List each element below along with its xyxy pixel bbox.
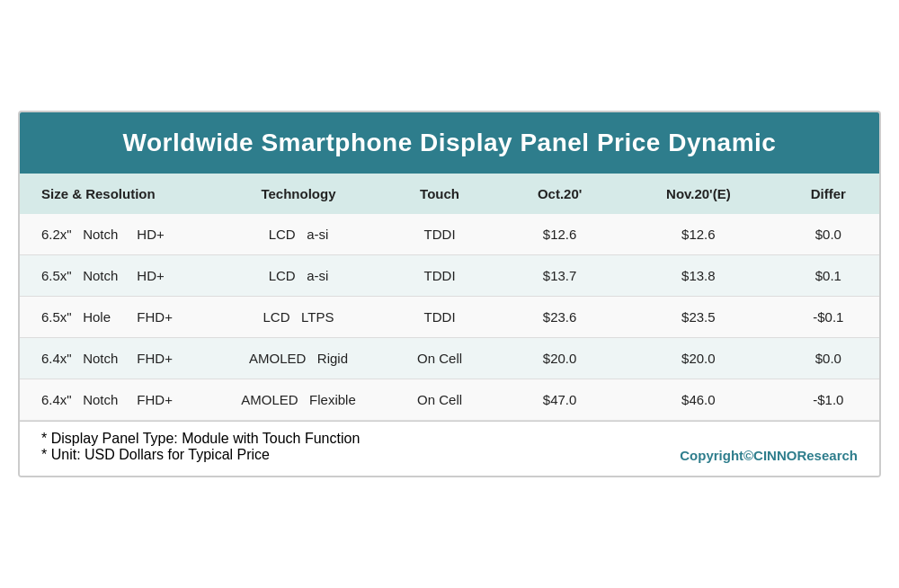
substrate: a-si [307, 227, 328, 242]
size-type: Notch [83, 268, 133, 283]
cell-oct20: $47.0 [500, 379, 619, 421]
cell-touch: On Cell [379, 379, 500, 421]
footer: * Display Panel Type: Module with Touch … [20, 421, 879, 476]
cell-differ: -$0.1 [778, 297, 879, 338]
card-header: Worldwide Smartphone Display Panel Price… [20, 112, 879, 174]
cell-nov20e: $12.6 [619, 214, 778, 255]
cell-touch: TDDI [379, 214, 500, 255]
size-resolution: FHD+ [137, 309, 180, 325]
cell-technology: AMOLED Rigid [218, 338, 379, 379]
cell-differ: $0.0 [778, 338, 879, 379]
cell-nov20e: $13.8 [619, 255, 778, 297]
data-table: Size & Resolution Technology Touch Oct.2… [20, 174, 879, 421]
display-type: AMOLED [241, 392, 298, 407]
cell-differ: -$1.0 [778, 379, 879, 421]
size-number: 6.2x" [41, 227, 79, 242]
size-type: Notch [83, 227, 133, 242]
table-row: 6.5x" Hole FHD+ LCD LTPS TDDI $23.6 $23.… [20, 297, 879, 338]
col-oct20: Oct.20' [500, 174, 619, 214]
cell-size-res: 6.5x" Hole FHD+ [20, 297, 218, 338]
size-resolution: FHD+ [137, 351, 180, 366]
size-resolution: HD+ [137, 227, 180, 242]
cell-touch: TDDI [379, 255, 500, 297]
table-container: Size & Resolution Technology Touch Oct.2… [20, 174, 879, 421]
cell-size-res: 6.4x" Notch FHD+ [20, 338, 218, 379]
cell-oct20: $20.0 [500, 338, 619, 379]
cell-nov20e: $20.0 [619, 338, 778, 379]
substrate: LTPS [301, 309, 334, 325]
cell-touch: On Cell [379, 338, 500, 379]
table-row: 6.4x" Notch FHD+ AMOLED Rigid On Cell $2… [20, 338, 879, 379]
cell-oct20: $13.7 [500, 255, 619, 297]
copyright-text: Copyright©CINNOResearch [680, 448, 858, 463]
size-number: 6.5x" [41, 309, 79, 325]
col-differ: Differ [778, 174, 879, 214]
cell-technology: LCD a-si [218, 214, 379, 255]
cell-differ: $0.0 [778, 214, 879, 255]
col-size-res: Size & Resolution [20, 174, 218, 214]
col-touch: Touch [379, 174, 500, 214]
footer-notes: * Display Panel Type: Module with Touch … [41, 431, 360, 463]
substrate: Rigid [317, 351, 348, 366]
cell-touch: TDDI [379, 297, 500, 338]
col-technology: Technology [218, 174, 379, 214]
size-type: Notch [83, 351, 133, 366]
table-row: 6.5x" Notch HD+ LCD a-si TDDI $13.7 $13.… [20, 255, 879, 297]
cell-nov20e: $46.0 [619, 379, 778, 421]
display-type: LCD [263, 309, 290, 325]
footer-note-2: * Unit: USD Dollars for Typical Price [41, 447, 360, 463]
size-number: 6.4x" [41, 351, 79, 366]
cell-oct20: $12.6 [500, 214, 619, 255]
substrate: Flexible [309, 392, 356, 407]
footer-note-1: * Display Panel Type: Module with Touch … [41, 431, 360, 447]
cell-oct20: $23.6 [500, 297, 619, 338]
cell-technology: AMOLED Flexible [218, 379, 379, 421]
cell-nov20e: $23.5 [619, 297, 778, 338]
display-type: LCD [269, 227, 296, 242]
col-nov20e: Nov.20'(E) [619, 174, 778, 214]
substrate: a-si [307, 268, 328, 283]
size-type: Hole [83, 309, 133, 325]
size-number: 6.4x" [41, 392, 79, 407]
cell-size-res: 6.5x" Notch HD+ [20, 255, 218, 297]
main-card: Worldwide Smartphone Display Panel Price… [18, 111, 881, 477]
display-type: LCD [269, 268, 296, 283]
table-row: 6.4x" Notch FHD+ AMOLED Flexible On Cell… [20, 379, 879, 421]
size-resolution: HD+ [137, 268, 180, 283]
size-resolution: FHD+ [137, 392, 180, 407]
table-row: 6.2x" Notch HD+ LCD a-si TDDI $12.6 $12.… [20, 214, 879, 255]
cell-size-res: 6.2x" Notch HD+ [20, 214, 218, 255]
cell-technology: LCD a-si [218, 255, 379, 297]
size-type: Notch [83, 392, 133, 407]
cell-differ: $0.1 [778, 255, 879, 297]
size-number: 6.5x" [41, 268, 79, 283]
page-title: Worldwide Smartphone Display Panel Price… [41, 129, 858, 157]
display-type: AMOLED [249, 351, 306, 366]
cell-technology: LCD LTPS [218, 297, 379, 338]
cell-size-res: 6.4x" Notch FHD+ [20, 379, 218, 421]
table-header-row: Size & Resolution Technology Touch Oct.2… [20, 174, 879, 214]
